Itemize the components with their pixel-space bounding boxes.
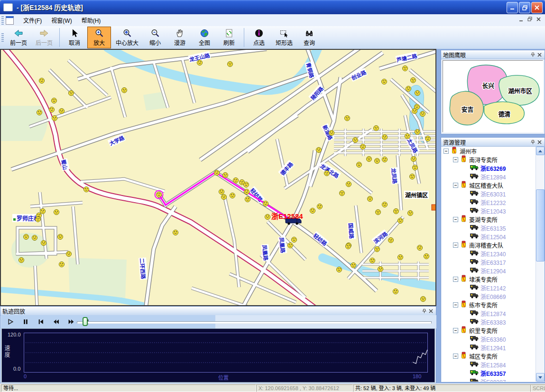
tree-group[interactable]: 织里专卖所 bbox=[442, 326, 536, 335]
tree-vehicle[interactable]: 浙E12340 bbox=[442, 249, 536, 258]
close-button[interactable] bbox=[531, 2, 543, 13]
eagle-eye-pin-icon[interactable] bbox=[529, 51, 536, 58]
vehicle-smiley-marker[interactable] bbox=[421, 297, 426, 302]
vehicle-smiley-marker[interactable] bbox=[417, 245, 423, 251]
overview-map[interactable]: 长兴湖州市区安吉德清 bbox=[443, 60, 543, 132]
vehicle-smiley-marker[interactable] bbox=[394, 209, 399, 214]
vehicle-smiley-marker[interactable] bbox=[245, 197, 250, 202]
vehicle-smiley-marker[interactable] bbox=[59, 109, 65, 114]
vehicle-smiley-marker[interactable] bbox=[329, 131, 334, 136]
playback-close-icon[interactable] bbox=[427, 308, 434, 314]
tree-group[interactable]: 菱湖专卖所 bbox=[442, 215, 536, 224]
eagle-eye-close-icon[interactable] bbox=[536, 51, 543, 58]
tree-group[interactable]: 南浔专卖所 bbox=[442, 155, 536, 164]
vehicle-smiley-marker[interactable] bbox=[24, 234, 29, 240]
vehicle-smiley-marker[interactable] bbox=[214, 170, 220, 176]
pan-button[interactable]: 漫游 bbox=[168, 27, 192, 48]
refresh-button[interactable]: 刷新 bbox=[217, 27, 241, 48]
vehicle-smiley-marker[interactable] bbox=[263, 201, 268, 206]
rewind-button[interactable] bbox=[50, 317, 62, 327]
vehicle-smiley-marker[interactable] bbox=[222, 195, 227, 200]
full-map-button[interactable]: 全图 bbox=[193, 27, 216, 48]
vehicle-smiley-marker[interactable] bbox=[219, 189, 224, 195]
mdi-close-icon[interactable] bbox=[536, 17, 541, 23]
vehicle-smiley-marker[interactable] bbox=[382, 135, 388, 140]
vehicle-smiley-marker[interactable] bbox=[69, 91, 74, 96]
vehicle-smiley-marker[interactable] bbox=[415, 130, 420, 135]
vehicle-smiley-marker[interactable] bbox=[360, 144, 366, 149]
vehicle-smiley-marker[interactable] bbox=[324, 171, 330, 176]
tree-vehicle[interactable]: 浙E12504 bbox=[442, 232, 536, 241]
vehicle-smiley-marker[interactable] bbox=[54, 210, 59, 215]
vehicle-smiley-marker[interactable] bbox=[197, 60, 203, 65]
fast-forward-button[interactable] bbox=[65, 317, 77, 327]
vehicle-smiley-marker[interactable] bbox=[408, 211, 413, 216]
vehicle-smiley-marker[interactable] bbox=[375, 159, 380, 164]
vehicle-smiley-marker[interactable] bbox=[393, 289, 398, 294]
tree-vehicle[interactable]: 浙E12874 bbox=[442, 309, 536, 317]
vehicle-smiley-marker[interactable] bbox=[425, 136, 431, 141]
vehicle-smiley-marker[interactable] bbox=[346, 182, 351, 187]
vehicle-smiley-marker[interactable] bbox=[406, 86, 411, 92]
vehicle-smiley-marker[interactable] bbox=[244, 189, 249, 195]
vehicle-smiley-marker[interactable] bbox=[52, 116, 57, 121]
vehicle-smiley-marker[interactable] bbox=[345, 116, 350, 121]
vehicle-smiley-marker[interactable] bbox=[374, 126, 379, 131]
vehicle-smiley-marker[interactable] bbox=[19, 258, 24, 263]
vehicle-smiley-marker[interactable] bbox=[411, 78, 416, 83]
vehicle-smiley-marker[interactable] bbox=[230, 193, 235, 198]
resources-close-icon[interactable] bbox=[536, 139, 543, 145]
playback-slider-track[interactable] bbox=[77, 321, 432, 324]
center-zoom-button[interactable]: 中心放大 bbox=[112, 27, 142, 48]
vehicle-smiley-marker[interactable] bbox=[49, 107, 55, 112]
mdi-child-icon[interactable] bbox=[6, 16, 14, 25]
tree-vehicle[interactable]: 浙E63317 bbox=[442, 258, 536, 266]
vehicle-smiley-marker[interactable] bbox=[58, 234, 63, 240]
tree-group[interactable]: 城区稽查大队 bbox=[442, 181, 536, 189]
vehicle-smiley-marker[interactable] bbox=[351, 263, 356, 268]
query-button[interactable]: 查询 bbox=[297, 27, 321, 48]
vehicle-smiley-marker[interactable] bbox=[415, 91, 420, 96]
vehicle-smiley-marker[interactable] bbox=[292, 237, 297, 243]
map-canvas[interactable]: 龙王山路青铜路创业路芦塘二路陵阳路新湖路大学路蜀山德丰路龙溪北路龙凤路太凤路轻纺… bbox=[0, 49, 436, 306]
vehicle-smiley-marker[interactable] bbox=[382, 202, 388, 207]
tree-vehicle[interactable]: 浙E12941 bbox=[442, 343, 536, 352]
menu-item-0[interactable]: 文件(F) bbox=[18, 15, 46, 26]
tree-vehicle[interactable]: 浙E12904 bbox=[442, 266, 536, 275]
menu-item-2[interactable]: 帮助(H) bbox=[77, 15, 106, 26]
vehicle-smiley-marker[interactable] bbox=[32, 235, 37, 241]
zoom-in-button[interactable]: 放大 bbox=[87, 27, 111, 48]
tree-vehicle[interactable]: 浙E12043 bbox=[442, 206, 536, 215]
cancel-button[interactable]: 取消 bbox=[63, 27, 86, 48]
tree-vehicle[interactable]: 浙E09387 bbox=[442, 377, 536, 382]
tree-vehicle[interactable]: 浙E12232 bbox=[442, 198, 536, 206]
vehicle-smiley-marker[interactable] bbox=[52, 98, 57, 103]
vehicle-smiley-marker[interactable] bbox=[420, 112, 425, 117]
vehicle-smiley-marker[interactable] bbox=[37, 110, 42, 115]
scroll-down-button[interactable] bbox=[536, 373, 545, 382]
vehicle-smiley-marker[interactable] bbox=[346, 244, 351, 249]
vehicle-smiley-marker[interactable] bbox=[310, 208, 315, 214]
vehicle-smiley-marker[interactable] bbox=[410, 174, 415, 179]
tree-vehicle[interactable]: 浙E63357 bbox=[442, 369, 536, 377]
vehicle-smiley-marker[interactable] bbox=[122, 88, 127, 93]
vehicle-smiley-marker[interactable] bbox=[36, 217, 41, 222]
scroll-thumb[interactable] bbox=[536, 189, 545, 261]
vehicle-smiley-marker[interactable] bbox=[370, 258, 375, 263]
restore-button[interactable] bbox=[519, 2, 530, 13]
vehicle-smiley-marker[interactable] bbox=[244, 182, 249, 187]
mdi-restore-icon[interactable] bbox=[527, 17, 533, 23]
vehicle-smiley-marker[interactable] bbox=[368, 196, 373, 202]
tree-vehicle[interactable]: 浙E12142 bbox=[442, 283, 536, 292]
tree-vehicle[interactable]: 浙E63383 bbox=[442, 317, 536, 326]
point-select-button[interactable]: 点选 bbox=[247, 27, 271, 48]
tree-vehicle[interactable]: 浙E63031 bbox=[442, 189, 536, 198]
rect-select-button[interactable]: 矩形选 bbox=[272, 27, 296, 48]
vehicle-smiley-marker[interactable] bbox=[223, 173, 228, 178]
zoom-out-button[interactable]: 缩小 bbox=[143, 27, 167, 48]
resources-pin-icon[interactable] bbox=[529, 139, 536, 145]
vehicle-smiley-marker[interactable] bbox=[340, 191, 345, 196]
vehicle-smiley-marker[interactable] bbox=[353, 138, 358, 143]
vehicle-smiley-marker[interactable] bbox=[413, 165, 418, 170]
vehicle-smiley-marker[interactable] bbox=[412, 109, 417, 114]
